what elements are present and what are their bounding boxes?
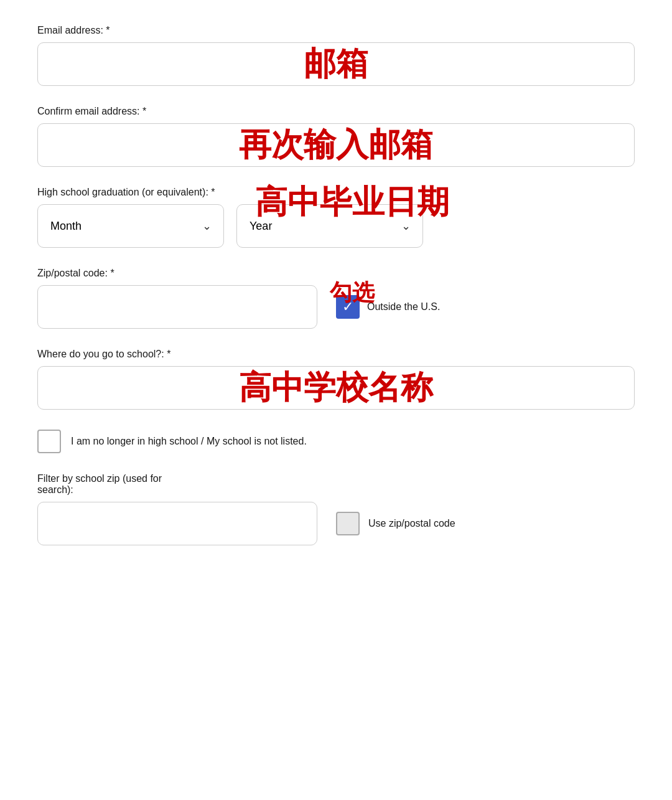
school-input-wrapper: 高中学校名称	[37, 366, 635, 410]
confirm-email-section: Confirm email address: * 再次输入邮箱	[37, 106, 635, 167]
hs-label-wrapper: High school graduation (or equivalent): …	[37, 187, 635, 198]
zip-input-wrapper	[37, 285, 317, 329]
date-row: Month January February March April May J…	[37, 204, 635, 248]
school-input[interactable]	[37, 366, 635, 410]
filter-zip-input[interactable]	[37, 502, 317, 545]
use-zip-label: Use zip/postal code	[368, 518, 455, 529]
filter-label-text: Filter by school zip (used for search):	[37, 473, 162, 495]
zip-row: 勾选 ✓ Outside the U.S.	[37, 285, 635, 329]
filter-zip-section: Filter by school zip (used for search): …	[37, 473, 635, 545]
zip-input[interactable]	[37, 285, 317, 329]
hs-graduation-label: High school graduation (or equivalent): …	[37, 187, 635, 198]
confirm-email-input[interactable]	[37, 123, 635, 167]
month-select[interactable]: Month January February March April May J…	[37, 204, 224, 248]
outside-annotation: 勾选	[330, 278, 375, 308]
confirm-email-input-wrapper: 再次输入邮箱	[37, 123, 635, 167]
email-section: Email address: * 邮箱	[37, 25, 635, 86]
use-zip-checkbox[interactable]	[336, 512, 360, 535]
email-label: Email address: *	[37, 25, 635, 36]
year-select[interactable]: Year 2020 2021 2022 2023 2024 2025	[236, 204, 423, 248]
no-longer-hs-row: I am no longer in high school / My schoo…	[37, 430, 635, 453]
school-label: Where do you go to school?: *	[37, 349, 635, 360]
outside-us-label: Outside the U.S.	[367, 301, 440, 313]
no-longer-hs-section: I am no longer in high school / My schoo…	[37, 430, 635, 453]
year-select-wrapper: Year 2020 2021 2022 2023 2024 2025 ⌄	[236, 204, 423, 248]
no-longer-hs-label: I am no longer in high school / My schoo…	[71, 436, 307, 447]
outside-us-container: 勾选 ✓ Outside the U.S.	[336, 295, 440, 319]
confirm-email-label: Confirm email address: *	[37, 106, 635, 117]
school-section: Where do you go to school?: * 高中学校名称	[37, 349, 635, 410]
hs-graduation-section: High school graduation (or equivalent): …	[37, 187, 635, 248]
zip-section: Zip/postal code: * 勾选 ✓ Outside the U.S.	[37, 268, 635, 329]
email-input[interactable]	[37, 42, 635, 86]
email-input-wrapper: 邮箱	[37, 42, 635, 86]
filter-label: Filter by school zip (used for search):	[37, 473, 635, 496]
no-longer-hs-checkbox[interactable]	[37, 430, 61, 453]
filter-row: Use zip/postal code	[37, 502, 635, 545]
month-select-wrapper: Month January February March April May J…	[37, 204, 224, 248]
use-zip-container: Use zip/postal code	[336, 512, 455, 535]
